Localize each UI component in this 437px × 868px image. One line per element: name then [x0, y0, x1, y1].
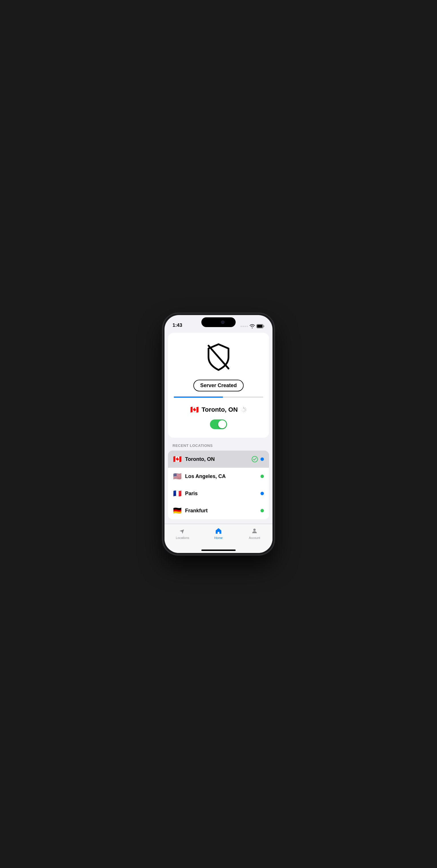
tab-locations-label: Locations [176, 536, 189, 539]
frankfurt-dot [261, 509, 264, 512]
status-icons [240, 324, 265, 328]
la-dot [261, 474, 264, 478]
hero-location-name: Toronto, ON [202, 406, 238, 413]
phone-frame: 1:43 [163, 313, 274, 555]
svg-line-13 [242, 408, 243, 409]
svg-line-6 [245, 409, 246, 410]
vpn-toggle[interactable] [210, 420, 227, 429]
frankfurt-flag: 🇩🇪 [173, 507, 182, 515]
account-icon [250, 527, 259, 535]
loading-spinner [240, 407, 247, 413]
signal-icon [240, 326, 248, 327]
toggle-track [210, 420, 227, 429]
home-icon [214, 527, 223, 535]
location-item-toronto[interactable]: 🇨🇦 Toronto, ON [168, 451, 269, 468]
dynamic-island [201, 317, 236, 327]
check-circle-icon [251, 456, 258, 463]
shield-off-icon [203, 341, 234, 374]
camera-dot [221, 321, 224, 323]
paris-dot [261, 492, 264, 495]
la-name: Los Angeles, CA [185, 473, 261, 479]
svg-rect-2 [257, 325, 263, 328]
tab-home[interactable]: Home [201, 527, 236, 539]
tab-bar: Locations Home Accoun [165, 524, 272, 547]
home-indicator [165, 547, 272, 553]
location-item-los-angeles[interactable]: 🇺🇸 Los Angeles, CA [168, 468, 269, 485]
svg-line-12 [241, 409, 242, 410]
home-bar [201, 550, 236, 551]
recent-locations-label: RECENT LOCATIONS [165, 438, 272, 451]
tab-locations[interactable]: Locations [165, 527, 201, 539]
svg-point-17 [254, 529, 256, 531]
location-icon [178, 527, 187, 535]
scroll-area[interactable]: Server Created 🇨🇦 Toronto, ON [165, 331, 272, 524]
toronto-flag: 🇨🇦 [173, 455, 182, 463]
toronto-status [251, 456, 264, 463]
svg-rect-1 [264, 326, 265, 327]
locations-list: 🇨🇦 Toronto, ON 🇺🇸 Los Angeles, CA [168, 451, 269, 519]
paris-flag: 🇫🇷 [173, 490, 182, 497]
location-item-paris[interactable]: 🇫🇷 Paris [168, 485, 269, 502]
la-flag: 🇺🇸 [173, 472, 182, 480]
server-created-badge: Server Created [193, 380, 244, 392]
battery-icon [257, 324, 265, 328]
paris-status [261, 492, 264, 495]
status-time: 1:43 [172, 322, 182, 328]
svg-line-8 [244, 411, 245, 412]
svg-line-5 [244, 408, 245, 409]
toronto-name: Toronto, ON [185, 456, 251, 462]
tab-home-label: Home [214, 536, 223, 539]
paris-name: Paris [185, 491, 261, 497]
frankfurt-name: Frankfurt [185, 508, 261, 514]
wifi-icon [249, 324, 255, 328]
tab-account-label: Account [249, 536, 260, 539]
toggle-thumb [218, 420, 226, 428]
tab-account[interactable]: Account [236, 527, 272, 539]
hero-card: Server Created 🇨🇦 Toronto, ON [168, 333, 269, 438]
toronto-dot [261, 458, 264, 461]
progress-bar-fill [174, 397, 223, 398]
la-status [261, 474, 264, 478]
progress-bar [174, 397, 263, 398]
location-item-frankfurt[interactable]: 🇩🇪 Frankfurt [168, 502, 269, 519]
hero-location-row: 🇨🇦 Toronto, ON [190, 406, 247, 414]
hero-flag: 🇨🇦 [190, 406, 199, 414]
frankfurt-status [261, 509, 264, 512]
phone-screen: 1:43 [165, 315, 272, 553]
svg-line-10 [242, 411, 243, 412]
